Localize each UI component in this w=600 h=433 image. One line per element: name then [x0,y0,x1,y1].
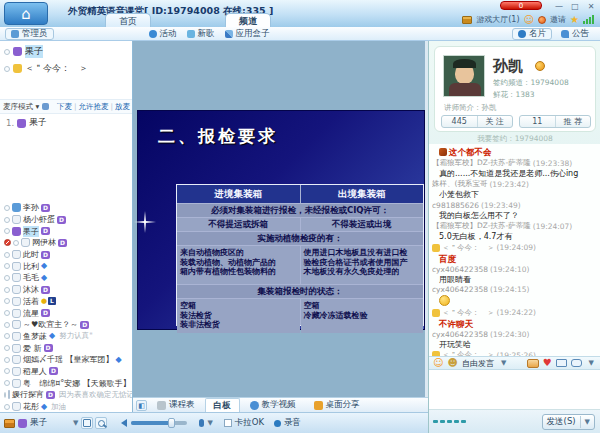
speaker-icon[interactable] [117,419,127,427]
bubble-dropdown-arrow[interactable]: ▼ [589,359,594,367]
board-tab[interactable]: 白板 [205,398,240,412]
activity-button[interactable]: 活动 [144,28,182,40]
favorite-star-icon[interactable]: ★ [570,15,579,25]
emotion-icon[interactable]: ☺ [524,15,534,25]
chat-sender-name[interactable]: cyx406422358 [432,285,488,294]
member-row[interactable]: 果子 [0,225,133,237]
member-name: 此时 [23,249,39,260]
teacher-avatar[interactable] [443,55,485,97]
board-tab-icon [157,401,166,410]
chat-text: 百度 [439,254,456,264]
tv-icon[interactable] [527,359,539,368]
table-span-row: 实施动植物检疫的有： [177,232,423,245]
emoticon-picker-icon[interactable]: ☺ [433,358,443,368]
notice-button[interactable]: 公告 [556,28,594,40]
volume-knob[interactable] [168,418,175,428]
member-row[interactable]: 鱼梦菋 努力认真" [0,331,133,343]
maximize-button[interactable]: □ [568,1,582,12]
chat-message-text: 5.0无白板，4.7才有 [432,232,598,241]
invite-label[interactable]: 邀请 [550,14,566,25]
mic-link-down[interactable]: 下麦 [57,102,72,112]
volume-slider[interactable] [131,421,187,425]
game-hall-label[interactable]: 游戏大厅(1) [476,14,519,25]
card-button[interactable]: 名片 [512,28,552,40]
tab-home[interactable]: 首页 [105,13,151,27]
resize-grip[interactable] [433,420,466,423]
board-tab[interactable]: 桌面分享 [306,398,368,412]
mic-link-allow[interactable]: 允许抢麦 [78,102,108,112]
member-row[interactable]: 沐沐 [0,284,133,296]
mic-link-release[interactable]: 放麦 [115,102,130,112]
channel-toolbar: 管理员 活动 新歌 应用盒子 名片 公告 [0,27,600,41]
user-dropdown-arrow[interactable]: ▼ [73,419,78,427]
mic-queue-first[interactable]: 1. 果子 [6,117,46,129]
member-row[interactable]: 烟嫣〆千瑶 【皇家军团】 [0,354,133,366]
appbox-button[interactable]: 应用盒子 [220,28,275,40]
speaking-queue: 果子 ＜＂今今： ＞ [0,45,132,75]
chat-sender-name[interactable]: 【霜狼军校】DZ-扶苏-萨蒂隆 [432,158,531,168]
chat-sender-name[interactable]: c981885626 [432,201,479,210]
member-row[interactable]: 网伊林 [0,237,133,249]
chat-sender-name[interactable]: cyx406422358 [432,265,488,274]
member-row[interactable]: 活着 [0,296,133,308]
chat-mode-arrow[interactable]: ▼ [501,359,506,367]
custom-face-icon[interactable]: ☻ [447,358,457,368]
member-row[interactable]: 李孙 [0,202,133,214]
record-icon[interactable] [274,420,281,427]
chat-mode-dropdown[interactable]: 自由发言 [462,358,494,369]
karaoke-label: 卡拉OK [235,417,264,429]
member-row[interactable]: 流星 [0,307,133,319]
song-button[interactable]: 新歌 [182,28,220,40]
chat-sender-name[interactable]: 姝样、(我系宝哥 [432,179,487,189]
member-row[interactable]: 花彤 加油 [0,401,133,412]
mail-icon[interactable] [556,359,567,367]
member-badge-icon [44,344,53,352]
shirt-icon [12,402,21,411]
microphone-icon[interactable] [199,419,204,427]
chat-sender-name[interactable]: cyx406422358 [432,330,488,339]
chat-bubble-icon[interactable] [571,359,582,367]
game-hall-icon[interactable] [462,16,472,24]
member-name: 网伊林 [32,237,56,248]
chat-sender-name[interactable]: ＜＂今今： ＞ [442,308,495,318]
popup-window-button[interactable] [81,417,93,429]
member-row[interactable]: 此时 [0,249,133,261]
chat-sender-name[interactable]: ＜＂今今： ＞ [442,243,495,253]
tab-channel[interactable]: 频道 [225,13,271,27]
follow-button[interactable]: 445 关 注 [441,115,513,128]
member-row[interactable]: ～♥欧宜主？～ [0,319,133,331]
member-row[interactable]: 杨小虾蛋 [0,214,133,226]
table-span-row: 必须对集装箱进行报检，未经报检或CIQ许可： [177,204,423,217]
mic-mode-dropdown[interactable]: 麦序模式 ▾ [3,102,39,112]
board-nav-button[interactable]: ◧ [136,400,147,411]
member-row[interactable]: 比利 [0,260,133,272]
recommend-button[interactable]: 11 推 荐 [519,115,591,128]
minimize-button[interactable]: — [552,1,566,12]
chat-sender-name[interactable]: 【霜狼军校】DZ-扶苏-萨蒂隆 [432,221,531,231]
close-button[interactable]: ✕ [584,1,598,12]
member-row[interactable]: 爱 新 [0,342,133,354]
queue-row[interactable]: 果子 [4,45,132,58]
chat-input[interactable] [429,370,600,410]
queue-user-name: ＜＂今今： ＞ [25,62,88,75]
member-row[interactable]: 毛毛 [0,272,133,284]
send-dropdown-arrow[interactable]: ▼ [585,418,590,426]
invite-icon[interactable] [538,16,546,24]
mic-dropdown-arrow[interactable]: ▼ [207,419,212,427]
search-button[interactable] [95,417,107,429]
shirt-icon [12,320,21,329]
gift-box-icon[interactable] [4,419,15,428]
member-row[interactable]: 媛行探宵 因为表喜欢确定无惦记 [0,389,133,401]
heart-icon[interactable]: ♥ [543,358,552,368]
board-tab[interactable]: 教学视频 [242,398,304,412]
admin-button[interactable]: 管理员 [5,28,54,40]
member-row[interactable]: 粤ゞ绵绵¤°安娜 【天籁歌手】 [0,377,133,389]
notification-badge[interactable]: 0 [500,1,542,10]
member-row[interactable]: 稻星人 [0,366,133,378]
recommend-count: 11 [520,116,556,127]
karaoke-checkbox[interactable] [224,419,232,427]
send-button[interactable]: 发送(S) ▼ [542,414,595,430]
queue-row[interactable]: ＜＂今今： ＞ [4,62,132,75]
board-tab[interactable]: 课程表 [149,398,203,412]
home-button[interactable]: ⌂ [4,2,48,25]
